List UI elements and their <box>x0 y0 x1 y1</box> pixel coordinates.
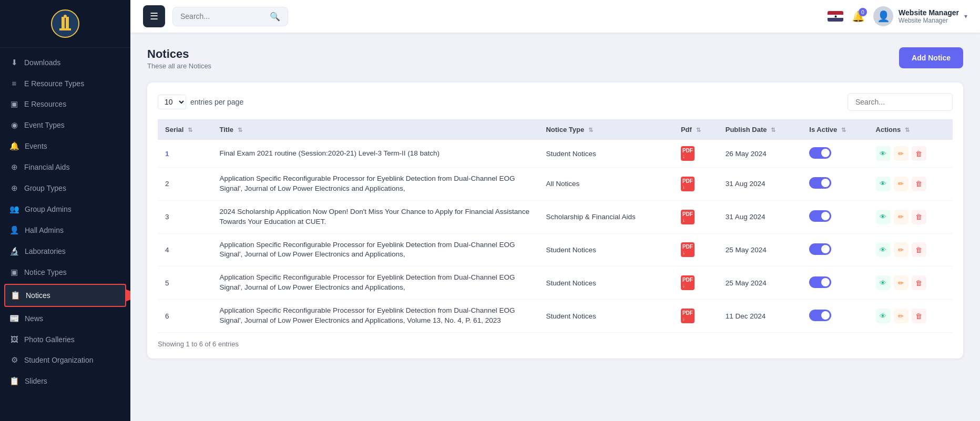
nav-icon-student-organization: ⚙ <box>9 355 19 365</box>
edit-button-4[interactable]: ✏ <box>894 275 908 290</box>
active-toggle-1[interactable] <box>809 177 831 189</box>
cell-title-5: Application Specific Reconfigurable Proc… <box>212 300 539 333</box>
pdf-download-icon-2[interactable]: PDF↓ <box>681 210 695 224</box>
delete-button-3[interactable]: 🗑 <box>912 242 926 257</box>
delete-button-2[interactable]: 🗑 <box>912 210 926 224</box>
cell-active-0 <box>802 140 868 168</box>
nav-label-notice-types: Notice Types <box>24 268 67 276</box>
active-toggle-3[interactable] <box>809 243 831 255</box>
sidebar-item-group-types[interactable]: ⊕ Group Types <box>0 178 130 199</box>
pdf-download-icon-5[interactable]: PDF↓ <box>681 309 695 323</box>
cell-pdf-3: PDF↓ <box>673 233 718 266</box>
language-flag[interactable]: ★ <box>828 11 843 22</box>
cell-notice-type-1: All Notices <box>538 168 673 201</box>
edit-button-1[interactable]: ✏ <box>894 177 908 191</box>
cell-actions-2: 👁 ✏ 🗑 <box>869 200 953 233</box>
edit-button-0[interactable]: ✏ <box>894 146 908 161</box>
col-pdf: Pdf ⇅ <box>673 119 718 140</box>
serial-link-0[interactable]: 1 <box>165 150 169 158</box>
nav-label-student-organization: Student Organization <box>24 356 94 364</box>
cell-notice-type-4: Student Notices <box>538 266 673 300</box>
view-button-3[interactable]: 👁 <box>876 242 891 257</box>
cell-date-5: 11 Dec 2024 <box>718 300 802 333</box>
nav-label-laboratories: Laboratories <box>25 247 66 255</box>
view-button-4[interactable]: 👁 <box>876 275 891 290</box>
cell-date-0: 26 May 2024 <box>718 140 802 168</box>
sidebar-item-news[interactable]: 📰 News <box>0 308 130 329</box>
cell-serial-3: 4 <box>158 233 212 266</box>
notification-button[interactable]: 🔔 0 <box>852 10 865 23</box>
delete-button-0[interactable]: 🗑 <box>912 146 926 161</box>
sidebar-item-e-resources[interactable]: ▣ E Resources <box>0 94 130 115</box>
topbar-search: 🔍 <box>172 7 288 26</box>
delete-button-5[interactable]: 🗑 <box>912 309 926 323</box>
view-button-1[interactable]: 👁 <box>876 177 891 191</box>
sidebar-item-laboratories[interactable]: 🔬 Laboratories <box>0 241 130 262</box>
cell-actions-3: 👁 ✏ 🗑 <box>869 233 953 266</box>
cell-pdf-4: PDF↓ <box>673 266 718 300</box>
sidebar-item-downloads[interactable]: ⬇ Downloads <box>0 52 130 73</box>
sidebar-item-notices[interactable]: 📋 Notices <box>4 284 126 307</box>
nav-icon-financial-aids: ⊕ <box>9 162 19 172</box>
add-notice-button[interactable]: Add Notice <box>899 47 963 68</box>
active-toggle-2[interactable] <box>809 210 831 222</box>
sidebar-item-student-organization[interactable]: ⚙ Student Organization <box>0 350 130 371</box>
pdf-download-icon-3[interactable]: PDF↓ <box>681 242 695 257</box>
table-header: Serial ⇅ Title ⇅ Notice Type ⇅ Pdf ⇅ Pub… <box>158 119 953 140</box>
active-toggle-0[interactable] <box>809 147 831 159</box>
cell-serial-5: 6 <box>158 300 212 333</box>
nav-icon-e-resource-types: ≡ <box>9 79 19 88</box>
edit-button-3[interactable]: ✏ <box>894 242 908 257</box>
sidebar-item-hall-admins[interactable]: 👤 Hall Admins <box>0 220 130 241</box>
cell-notice-type-3: Student Notices <box>538 233 673 266</box>
view-button-5[interactable]: 👁 <box>876 309 891 323</box>
nav-label-photo-galleries: Photo Galleries <box>24 335 75 344</box>
nav-icon-news: 📰 <box>9 314 19 323</box>
sidebar-item-photo-galleries[interactable]: 🖼 Photo Galleries <box>0 329 130 350</box>
cell-active-1 <box>802 168 868 201</box>
page-title: Notices <box>147 47 211 61</box>
edit-button-5[interactable]: ✏ <box>894 309 908 323</box>
view-button-2[interactable]: 👁 <box>876 210 891 224</box>
table-row: 1 Final Exam 2021 routine (Session:2020-… <box>158 140 953 168</box>
sidebar-item-events[interactable]: 🔔 Events <box>0 136 130 157</box>
user-menu[interactable]: 👤 Website Manager Website Manager ▾ <box>873 6 967 26</box>
svg-rect-3 <box>59 28 71 30</box>
nav-label-news: News <box>25 314 43 323</box>
table-search-input[interactable] <box>848 93 953 111</box>
svg-rect-1 <box>62 17 65 29</box>
nav-label-events: Events <box>25 142 47 150</box>
cell-serial-2: 3 <box>158 200 212 233</box>
table-footer: Showing 1 to 6 of 6 entries <box>158 340 953 348</box>
nav-icon-laboratories: 🔬 <box>9 247 19 256</box>
sidebar-item-group-admins[interactable]: 👥 Group Admins <box>0 199 130 220</box>
notification-badge: 0 <box>859 8 867 16</box>
edit-button-2[interactable]: ✏ <box>894 210 908 224</box>
sidebar-item-financial-aids[interactable]: ⊕ Financial Aids <box>0 157 130 178</box>
nav-icon-e-resources: ▣ <box>9 99 19 109</box>
pdf-download-icon-1[interactable]: PDF↓ <box>681 177 695 191</box>
cell-actions-0: 👁 ✏ 🗑 <box>869 140 953 168</box>
entries-per-page-select[interactable]: 10 25 50 <box>158 95 186 109</box>
sidebar-nav: ⬇ Downloads ≡ E Resource Types ▣ E Resou… <box>0 48 130 421</box>
delete-button-1[interactable]: 🗑 <box>912 177 926 191</box>
nav-icon-sliders: 📋 <box>9 376 19 386</box>
sidebar-item-notice-types[interactable]: ▣ Notice Types <box>0 262 130 283</box>
nav-label-downloads: Downloads <box>24 58 60 67</box>
active-arrow-indicator <box>125 286 130 305</box>
sidebar-item-event-types[interactable]: ◉ Event Types <box>0 115 130 136</box>
chevron-down-icon: ▾ <box>964 13 967 20</box>
pdf-download-icon-0[interactable]: PDF↓ <box>681 146 695 161</box>
topbar-search-input[interactable] <box>180 12 266 20</box>
active-toggle-4[interactable] <box>809 276 831 288</box>
cell-notice-type-0: Student Notices <box>538 140 673 168</box>
sidebar-item-sliders[interactable]: 📋 Sliders <box>0 371 130 392</box>
pdf-download-icon-4[interactable]: PDF↓ <box>681 275 695 290</box>
view-button-0[interactable]: 👁 <box>876 146 891 161</box>
nav-label-event-types: Event Types <box>24 121 65 129</box>
active-toggle-5[interactable] <box>809 310 831 321</box>
sidebar-item-e-resource-types[interactable]: ≡ E Resource Types <box>0 73 130 94</box>
menu-toggle-button[interactable]: ☰ <box>143 5 165 27</box>
table-body: 1 Final Exam 2021 routine (Session:2020-… <box>158 140 953 332</box>
delete-button-4[interactable]: 🗑 <box>912 275 926 290</box>
